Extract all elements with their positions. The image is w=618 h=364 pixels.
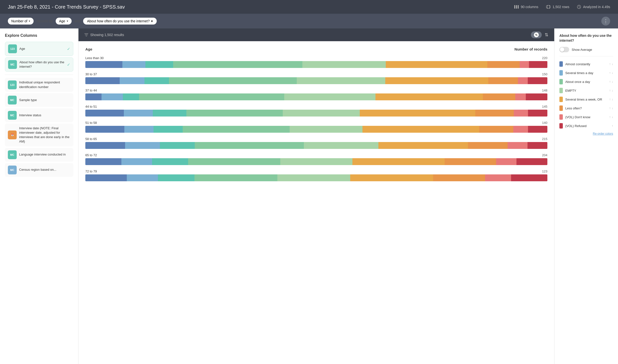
age-col-header: Age	[85, 47, 92, 51]
bar-segment	[85, 142, 125, 149]
toggle-knob: %	[534, 32, 539, 37]
legend-item: (VOL) Refused↑	[559, 123, 613, 129]
chevron-down-icon: ▾	[29, 19, 30, 23]
bar-segment	[85, 174, 127, 181]
percentage-toggle[interactable]: %	[531, 31, 542, 38]
up-arrow-icon[interactable]: ↑	[609, 106, 611, 110]
sidebar-item-census[interactable]: MC Census region based on...	[5, 163, 73, 177]
filter-bar: Number of ▾ records by Age ▾ and About h…	[0, 14, 618, 28]
bar-label: 72 to 79	[85, 169, 97, 173]
sidebar-item-age[interactable]: 123 Age ✓	[5, 42, 73, 56]
up-arrow-icon[interactable]: ↑	[609, 80, 611, 83]
down-arrow-icon[interactable]: ↓	[612, 62, 613, 66]
columns-meta: 90 columns	[514, 5, 538, 9]
sidebar-item-language[interactable]: MC Language interview conducted in	[5, 148, 73, 162]
toggle-avg-knob	[560, 47, 564, 52]
sidebar-item-interview-status[interactable]: MC Interview status	[5, 108, 73, 122]
legend-color-swatch	[559, 114, 563, 120]
bar-segment	[496, 158, 517, 165]
legend-title: About how often do you use the internet?	[559, 33, 613, 43]
col-name-internet: About how often do you use the internet?	[19, 60, 64, 69]
bar-segment	[85, 61, 122, 68]
up-arrow-icon[interactable]: ↑	[609, 62, 611, 66]
filter-icon	[84, 33, 88, 37]
col-name-interview-status: Interview status	[19, 113, 70, 117]
question-pill[interactable]: About how often do you use the internet?…	[83, 18, 157, 25]
main-layout: Explore Columns 123 Age ✓ MC About how o…	[0, 28, 618, 364]
legend-item-text: EMPTY	[565, 89, 607, 92]
down-arrow-icon[interactable]: ↓	[612, 89, 613, 92]
bar-row-header: Less than 30220	[85, 56, 547, 60]
legend-item: Several times a week, OR↑↓	[559, 97, 613, 102]
header-meta: 90 columns 1,502 rows Analyzed in 4.49s	[514, 5, 610, 9]
bar-row: 44 to 51145	[85, 105, 547, 117]
bar-container	[85, 174, 547, 181]
col-name-respondent: Individual unique respondent identificat…	[19, 80, 70, 89]
more-button[interactable]: ⋮	[601, 17, 610, 26]
up-arrow-icon[interactable]: ↑	[609, 89, 611, 92]
bar-segment	[125, 142, 160, 149]
bar-segment	[475, 110, 514, 117]
legend-item: EMPTY↑↓	[559, 88, 613, 93]
bar-segment	[516, 158, 547, 165]
bar-segment	[520, 61, 529, 68]
sidebar-item-internet[interactable]: MC About how often do you use the intern…	[5, 57, 73, 72]
bar-segment	[375, 93, 483, 100]
legend-item-text: (VOL) Don't know	[565, 115, 607, 119]
chart-area: Showing 1,502 results % ⇅ Age Number of …	[78, 28, 554, 364]
legend-arrows: ↑↓	[609, 71, 613, 75]
bar-segment	[145, 61, 173, 68]
legend-item: Almost constantly↑↓	[559, 61, 613, 67]
bar-segment	[152, 158, 188, 165]
bar-segment	[158, 174, 194, 181]
down-arrow-icon[interactable]: ↓	[612, 71, 613, 75]
legend-color-swatch	[559, 105, 563, 111]
bars-container: Less than 3022030 to 3715037 to 4414844 …	[85, 56, 547, 181]
legend-item: About once a day↑↓	[559, 79, 613, 84]
bar-segment	[528, 126, 547, 133]
bar-row: Less than 30220	[85, 56, 547, 68]
bar-container	[85, 142, 547, 149]
reorder-colors-link[interactable]: Re-order colors	[559, 132, 613, 135]
legend-item-text: Almost constantly	[565, 62, 607, 66]
up-arrow-icon[interactable]: ↑	[612, 124, 613, 128]
svg-rect-2	[518, 5, 519, 9]
up-arrow-icon[interactable]: ↑	[609, 98, 611, 101]
down-arrow-icon[interactable]: ↓	[612, 106, 613, 110]
bar-segment	[362, 126, 479, 133]
bar-segment	[433, 174, 485, 181]
sidebar-item-sample[interactable]: MC Sample type	[5, 93, 73, 107]
legend-color-swatch	[559, 97, 563, 102]
bar-row: 30 to 37150	[85, 72, 547, 84]
bar-segment	[513, 126, 528, 133]
check-icon: ✓	[67, 62, 70, 67]
legend-arrows: ↑↓	[609, 106, 613, 110]
down-arrow-icon[interactable]: ↓	[612, 80, 613, 83]
bar-segment	[120, 77, 144, 84]
up-arrow-icon[interactable]: ↑	[609, 115, 611, 119]
bar-segment	[528, 77, 547, 84]
sort-icon[interactable]: ⇅	[545, 32, 548, 38]
down-arrow-icon[interactable]: ↓	[612, 115, 613, 119]
col-badge-interview-date: 📅	[8, 130, 17, 139]
down-arrow-icon[interactable]: ↓	[612, 98, 613, 101]
bar-row-header: 65 to 72204	[85, 153, 547, 157]
legend-arrows: ↑	[612, 124, 613, 128]
col-name-sample: Sample type	[19, 98, 70, 102]
col-name-census: Census region based on...	[19, 168, 70, 172]
svg-rect-1	[516, 5, 517, 9]
bar-segment	[173, 61, 303, 68]
bar-segment	[284, 93, 375, 100]
bar-segment	[479, 126, 513, 133]
app-title: Jan 25-Feb 8, 2021 - Core Trends Survey …	[8, 4, 125, 10]
chart-content: Age Number of records Less than 3022030 …	[78, 41, 554, 192]
legend-color-swatch	[559, 123, 563, 129]
sidebar-item-respondent[interactable]: 123 Individual unique respondent identif…	[5, 78, 73, 91]
bar-label: 44 to 51	[85, 105, 97, 108]
show-average-toggle[interactable]	[559, 47, 569, 52]
age-pill[interactable]: Age ▾	[56, 18, 72, 25]
and-label: and	[75, 19, 80, 23]
up-arrow-icon[interactable]: ↑	[609, 71, 611, 75]
number-of-pill[interactable]: Number of ▾	[8, 18, 34, 25]
sidebar-item-interview-date[interactable]: 📅 Interview date (NOTE: Final interviewe…	[5, 124, 73, 146]
